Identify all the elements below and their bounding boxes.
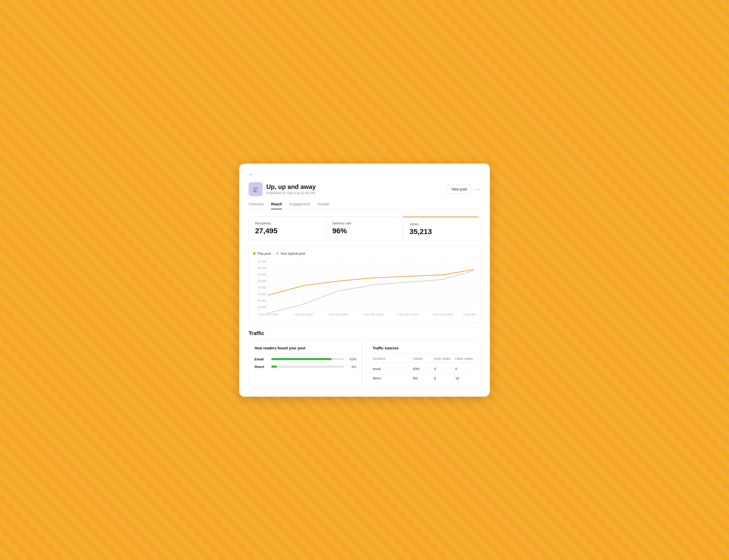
post-info: Up, up and away Published on Sep 6 at 10… (266, 183, 316, 195)
stats-row: Recipients 27,495 Delivery rate 96% View… (248, 216, 481, 241)
row-direct-source: direct (373, 376, 411, 380)
traffic-grid: How readers found your post Email 83% Di… (248, 341, 481, 388)
tab-engagement[interactable]: Engagement (289, 202, 310, 209)
bar-direct-label: Direct (254, 365, 268, 369)
post-header-left: Up, up and away Published on Sep 6 at 10… (248, 182, 316, 196)
bar-direct-track (271, 366, 344, 368)
stat-views: Views 35,213 (403, 217, 480, 241)
svg-text:28,000: 28,000 (258, 273, 266, 276)
more-options-button[interactable]: ··· (475, 186, 481, 192)
post-header-right: View post ··· (446, 185, 481, 194)
row-email-paid: 0 (434, 367, 453, 371)
row-email-source: email (373, 367, 411, 371)
post-published: Published on Sep 6 at 10:45 PM (266, 191, 316, 195)
svg-text:26,000: 26,000 (258, 279, 266, 282)
back-button[interactable]: ← (248, 172, 253, 177)
legend-typical-post-dot (276, 252, 279, 255)
tab-growth[interactable]: Growth (317, 202, 329, 209)
table-row: direct 8% 6 10 (373, 374, 475, 383)
svg-text:32,000: 32,000 (258, 260, 266, 263)
row-direct-paid: 6 (434, 376, 453, 380)
main-card: ← Up, up an (239, 164, 490, 397)
traffic-sources-card: Traffic sources SOURCE VIEWS PAID SUBS F… (367, 341, 481, 388)
svg-text:18,000: 18,000 (258, 305, 266, 308)
stat-views-value: 35,213 (410, 228, 474, 236)
svg-text:20,000: 20,000 (258, 299, 266, 302)
legend-this-post: This post (253, 252, 271, 255)
svg-text:2 days after publish: 2 days after publish (328, 313, 348, 315)
stat-views-label: Views (410, 222, 474, 226)
bar-email-pct: 83% (347, 357, 356, 361)
tab-overview[interactable]: Overview (248, 202, 264, 209)
col-views: VIEWS (413, 357, 432, 360)
svg-point-5 (257, 190, 258, 191)
stat-delivery: Delivery rate 96% (326, 217, 404, 241)
bar-direct-pct: 8% (347, 365, 356, 369)
svg-text:5 days after publish: 5 days after publish (433, 313, 454, 315)
views-chart-svg: .y-label { font-family: -apple-system, s… (253, 259, 476, 319)
tab-reach[interactable]: Reach (271, 202, 282, 209)
row-email-free: 0 (455, 367, 475, 371)
stat-recipients-value: 27,495 (255, 227, 319, 235)
legend-typical-post: Your typical post (276, 252, 305, 255)
bar-email-track (271, 358, 344, 360)
svg-text:24,000: 24,000 (258, 286, 266, 289)
post-thumbnail (248, 182, 263, 196)
post-header: Up, up and away Published on Sep 6 at 10… (248, 182, 481, 196)
legend-this-post-label: This post (257, 252, 271, 255)
how-found-card: How readers found your post Email 83% Di… (248, 341, 362, 388)
bar-email-row: Email 83% (254, 357, 356, 361)
view-post-button[interactable]: View post (446, 185, 472, 194)
table-row: email 83% 0 0 (373, 364, 475, 374)
svg-text:1 day after publish: 1 day after publish (293, 313, 313, 315)
col-source: SOURCE (373, 357, 411, 360)
svg-text:30,000: 30,000 (258, 266, 266, 269)
stat-recipients-label: Recipients (255, 221, 319, 225)
stat-delivery-value: 96% (332, 227, 397, 235)
svg-text:22,000: 22,000 (258, 292, 266, 295)
stat-delivery-label: Delivery rate (332, 221, 397, 225)
svg-point-4 (253, 190, 254, 191)
traffic-sources-title: Traffic sources (373, 346, 475, 354)
chart-legend: This post Your typical post (253, 252, 476, 255)
bar-direct-row: Direct 8% (254, 365, 356, 369)
row-email-views: 83% (413, 367, 432, 371)
tabs-nav: Overview Reach Engagement Growth (248, 202, 481, 210)
stat-recipients: Recipients 27,495 (249, 217, 326, 241)
bar-email-label: Email (254, 357, 268, 361)
bar-direct-fill (271, 366, 277, 368)
traffic-section-title: Traffic (248, 330, 481, 336)
col-paid-subs: PAID SUBS (434, 357, 453, 360)
col-free-subs: FREE SUBS (455, 357, 475, 360)
traffic-table-header: SOURCE VIEWS PAID SUBS FREE SUBS (373, 357, 475, 363)
svg-text:6 days after publish: 6 days after publish (463, 313, 476, 315)
legend-this-post-dot (253, 252, 256, 255)
post-title: Up, up and away (266, 183, 316, 190)
views-chart-container: This post Your typical post .y-label { f… (248, 246, 481, 323)
row-direct-free: 10 (455, 376, 475, 380)
bar-email-fill (271, 358, 331, 360)
how-found-title: How readers found your post (254, 346, 356, 354)
svg-text:3 days after publish: 3 days after publish (363, 313, 384, 315)
svg-text:4 days after publish: 4 days after publish (398, 313, 419, 315)
row-direct-views: 8% (413, 376, 432, 380)
svg-text:0 days after publish: 0 days after publish (258, 313, 278, 315)
legend-typical-post-label: Your typical post (280, 252, 305, 255)
